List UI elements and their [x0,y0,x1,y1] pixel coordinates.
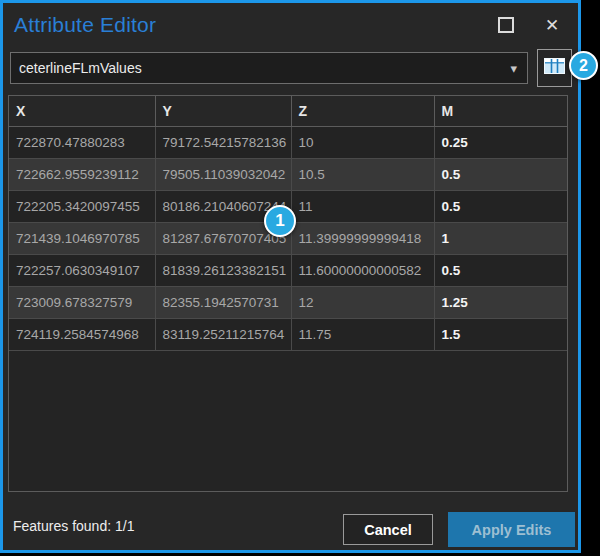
cell-m[interactable]: 0.5 [434,255,568,287]
maximize-icon [498,17,514,33]
table-row: 722870.47880283 79172.54215782136 10 0.2… [9,127,568,159]
cell-m[interactable]: 0.25 [434,127,568,159]
cell-m[interactable]: 1 [434,223,568,255]
cell-m[interactable]: 0.5 [434,191,568,223]
toggle-fields-view-button[interactable] [537,49,572,87]
table-row: 724119.2584574968 83119.25211215764 11.7… [9,319,568,351]
cell-x[interactable]: 721439.1046970785 [9,223,155,255]
cancel-button[interactable]: Cancel [343,514,433,545]
cell-z[interactable]: 11.75 [291,319,434,351]
column-header-x[interactable]: X [9,96,155,127]
annotation-badge-2: 2 [569,51,598,80]
cell-x[interactable]: 722257.0630349107 [9,255,155,287]
cell-x[interactable]: 722870.47880283 [9,127,155,159]
cell-y[interactable]: 83119.25211215764 [155,319,291,351]
cell-x[interactable]: 722205.3420097455 [9,191,155,223]
chevron-down-icon: ▾ [510,61,517,76]
cell-z[interactable]: 11 [291,191,434,223]
header-row: X Y Z M [9,96,568,127]
column-header-y[interactable]: Y [155,96,291,127]
table-row: 722257.0630349107 81839.26123382151 11.6… [9,255,568,287]
cell-z[interactable]: 10.5 [291,159,434,191]
cell-x[interactable]: 723009.678327579 [9,287,155,319]
cell-m[interactable]: 1.5 [434,319,568,351]
column-header-z[interactable]: Z [291,96,434,127]
cell-z[interactable]: 12 [291,287,434,319]
attribute-table-panel: X Y Z M 722870.47880283 79172.5421578213… [8,95,568,492]
close-icon: ✕ [545,17,559,34]
titlebar: Attribute Editor ✕ [3,3,578,47]
table-columns-icon [544,58,565,78]
table-row: 722662.9559239112 79505.11039032042 10.5… [9,159,568,191]
cell-z[interactable]: 11.39999999999418 [291,223,434,255]
cell-x[interactable]: 722662.9559239112 [9,159,155,191]
dialog-title: Attribute Editor [14,13,156,37]
apply-edits-button[interactable]: Apply Edits [448,512,575,547]
column-header-m[interactable]: M [434,96,568,127]
cell-x[interactable]: 724119.2584574968 [9,319,155,351]
cell-z[interactable]: 10 [291,127,434,159]
maximize-button[interactable] [494,13,518,37]
attribute-editor-dialog: Attribute Editor ✕ ceterlineFLmValues ▾ [0,0,581,553]
cell-m[interactable]: 0.5 [434,159,568,191]
table-row: 723009.678327579 82355.1942570731 12 1.2… [9,287,568,319]
cell-y[interactable]: 79172.54215782136 [155,127,291,159]
cell-z[interactable]: 11.60000000000582 [291,255,434,287]
close-button[interactable]: ✕ [540,13,564,37]
annotation-badge-1: 1 [264,205,296,237]
cell-y[interactable]: 82355.1942570731 [155,287,291,319]
cell-m[interactable]: 1.25 [434,287,568,319]
layer-select-dropdown[interactable]: ceterlineFLmValues ▾ [10,52,528,84]
features-found-status: Features found: 1/1 [13,518,134,534]
cell-y[interactable]: 79505.11039032042 [155,159,291,191]
layer-select-value: ceterlineFLmValues [19,60,142,76]
cell-y[interactable]: 81839.26123382151 [155,255,291,287]
